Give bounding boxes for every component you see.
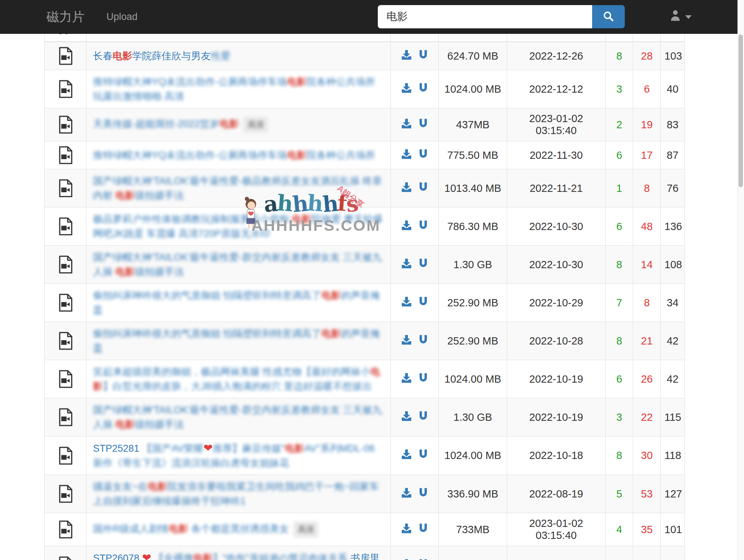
result-name-link[interactable]: 推特绿帽大神YQ未流出劲作-公厕商场停车场电影院各种公共场所 xyxy=(93,150,375,161)
result-name-text: 【全裸微 xyxy=(151,553,193,560)
result-name-text: 推荐】麻豆传媒" xyxy=(213,443,285,454)
magnet-icon[interactable] xyxy=(417,334,429,349)
download-icon[interactable] xyxy=(400,448,413,463)
result-name-text: 】白皙光滑的皮肤，大JB插入饱满的粉穴 里边好温暖不想拔出 xyxy=(103,381,372,392)
seeders-count: 6 xyxy=(606,141,633,169)
download-icon[interactable] xyxy=(400,49,413,64)
name-cell: STP26078 ❤ 【全裸微电影】"肉包"亲姐弟の禁忌肉体关系 书房里的神秘礼… xyxy=(86,546,391,560)
size-cell: 624.70 MB xyxy=(439,42,507,70)
scrollbar[interactable] xyxy=(737,0,744,560)
download-icon[interactable] xyxy=(400,219,413,234)
date-cell: 2022-10-19 xyxy=(507,360,606,398)
size-cell: 1013.40 MB xyxy=(439,169,507,208)
table-row: STP25281 【国产AV荣耀❤推荐】麻豆传媒"电影AV"系列MDL-06新作… xyxy=(45,436,685,475)
seeders-count: 6 xyxy=(606,208,633,246)
checks-count: 42 xyxy=(661,322,685,360)
file-video-icon xyxy=(48,331,82,350)
size-cell: 1.30 GB xyxy=(439,398,507,436)
result-name-text: 院各种公共场所 xyxy=(307,150,375,161)
magnet-icon[interactable] xyxy=(417,372,429,387)
download-icon[interactable] xyxy=(400,558,413,560)
link-cell xyxy=(391,398,439,436)
magnet-icon[interactable] xyxy=(417,181,429,196)
magnet-icon[interactable] xyxy=(417,117,429,132)
type-cell xyxy=(45,108,86,141)
seeders-count: 8 xyxy=(606,246,633,284)
magnet-icon[interactable] xyxy=(417,219,429,234)
search-keyword-highlight: 电影 xyxy=(287,76,307,87)
nav-upload-link[interactable]: Upload xyxy=(106,11,138,23)
search-input[interactable] xyxy=(378,5,592,28)
date-cell: 2022-11-30 xyxy=(507,141,606,169)
download-icon[interactable] xyxy=(400,334,413,349)
magnet-icon[interactable] xyxy=(417,558,429,560)
link-cell xyxy=(391,141,439,169)
result-name-link[interactable]: 偷拍叫床呻吟很大的气质御姐 怕隔壁听到特意调高了电影的声音掩盖 xyxy=(93,290,380,315)
result-name-link[interactable]: STP26078 ❤ 【全裸微电影】"肉包"亲姐弟の禁忌肉体关系 书房里的神秘礼… xyxy=(93,553,380,560)
search-button[interactable] xyxy=(592,5,625,28)
type-cell xyxy=(45,70,86,108)
magnet-icon[interactable] xyxy=(417,487,429,501)
file-video-icon xyxy=(48,293,82,312)
result-name-link[interactable]: 极品萝莉户外性体验调教玩操制服萝莉小母狗 电影院做爱 摩天轮爆 网吧JK跳蛋 车… xyxy=(93,214,383,239)
size-cell: 1024.00 MB xyxy=(439,70,507,108)
result-name-link[interactable]: STP25281 【国产AV荣耀❤推荐】麻豆传媒"电影AV"系列MDL-06新作… xyxy=(93,443,375,468)
leechers-count: 17 xyxy=(633,141,661,169)
download-icon[interactable] xyxy=(400,181,413,196)
download-icon[interactable] xyxy=(400,410,413,425)
magnet-icon[interactable] xyxy=(417,410,429,425)
result-name-link[interactable]: 国产绿帽大神'TAILOK'最牛逼性爱-群交内射反差教师女友 三天被九人操 电影… xyxy=(93,404,382,430)
result-name-text: 【国产AV荣耀 xyxy=(142,443,203,454)
result-name-link[interactable]: 骚逼女友~在电影院发浪非要啦我紧卫生间吃我鸡巴干一炮~回家车上自摸到家后继续爆操… xyxy=(93,481,379,507)
date-cell: 2023-01-02 03:15:40 xyxy=(507,108,606,141)
magnet-icon[interactable] xyxy=(417,522,429,537)
table-row: 骚逼女友~在电影院发浪非要啦我紧卫生间吃我鸡巴干一炮~回家车上自摸到家后继续爆操… xyxy=(45,475,685,513)
checks-count: 103 xyxy=(661,42,685,70)
download-icon[interactable] xyxy=(400,257,413,272)
magnet-icon[interactable] xyxy=(417,148,429,163)
download-icon[interactable] xyxy=(400,295,413,310)
result-name-link[interactable]: 推特绿帽大神YQ未流出劲作-公厕商场停车场电影院各种公共场所玩露出激情啪啪 高清 xyxy=(93,76,375,102)
magnet-icon[interactable] xyxy=(417,49,429,64)
result-name-text: 】"肉包"亲姐弟の禁忌肉体关系 xyxy=(213,553,350,560)
download-icon[interactable] xyxy=(400,522,413,537)
result-name-link[interactable]: 国外R级成人剧情电影 各个都是黑丝诱惑美女 xyxy=(93,523,289,534)
file-video-icon xyxy=(48,146,82,165)
magnet-icon[interactable] xyxy=(417,295,429,310)
scrollbar-thumb[interactable] xyxy=(739,35,743,187)
download-icon[interactable] xyxy=(400,487,413,501)
date-cell: 2022-08-19 xyxy=(507,475,606,513)
size-cell: 775.50 MB xyxy=(439,141,507,169)
results-container: Type Name Link Size Date xyxy=(44,15,684,560)
magnet-icon[interactable] xyxy=(417,257,429,272)
result-name-link[interactable]: 国产绿帽大神'TAILOK'最牛逼性爱-群交内射反差教师女友 三天被九人操 电影… xyxy=(93,252,382,277)
checks-count: 87 xyxy=(661,141,685,169)
name-cell: 骚逼女友~在电影院发浪非要啦我紧卫生间吃我鸡巴干一炮~回家车上自摸到家后继续爆操… xyxy=(86,475,391,513)
result-name-link[interactable]: 国产绿帽大神'TAILOK'最牛逼性爱-极品教师反差女友酒后乱操 终章内射 电影… xyxy=(93,176,382,201)
name-cell: 天美传媒-超能屌丝-2022贺岁电影高清 xyxy=(86,108,391,141)
download-icon[interactable] xyxy=(400,148,413,163)
result-name-link[interactable]: 偷拍叫床呻吟很大的气质御姐 怕隔壁听到特意调高了电影的声音掩盖 xyxy=(93,328,380,354)
download-icon[interactable] xyxy=(400,117,413,132)
user-menu[interactable] xyxy=(669,9,692,24)
result-name-link[interactable]: 天美传媒-超能屌丝-2022贺岁电影 xyxy=(93,118,239,129)
site-brand[interactable]: 磁力片 xyxy=(46,8,85,25)
table-row: 国产绿帽大神'TAILOK'最牛逼性爱-群交内射反差教师女友 三天被九人操 电影… xyxy=(45,398,685,436)
search-keyword-highlight: 电影 xyxy=(116,266,135,277)
download-icon[interactable] xyxy=(400,82,413,97)
result-name-link[interactable]: 笑起来超级甜美的御姐，极品网袜美腿 性感尤物【最好的网袜小电影】白皙光滑的皮肤，… xyxy=(93,366,380,392)
date-cell: 2022-12-26 xyxy=(507,42,606,70)
seeders-count: 3 xyxy=(606,546,633,560)
table-row: 偷拍叫床呻吟很大的气质御姐 怕隔壁听到特意调高了电影的声音掩盖252.90 MB… xyxy=(45,322,685,360)
name-cell: 国产绿帽大神'TAILOK'最牛逼性爱-极品教师反差女友酒后乱操 终章内射 电影… xyxy=(86,169,391,208)
leechers-count: 8 xyxy=(633,284,661,322)
seeders-count: 8 xyxy=(606,42,633,70)
seeders-count: 7 xyxy=(606,284,633,322)
quality-badge: 高清 xyxy=(243,117,268,133)
result-name-link[interactable]: 长春电影学院薛佳欣与男友性爱 xyxy=(93,51,230,61)
leechers-count: 19 xyxy=(633,108,661,141)
magnet-icon[interactable] xyxy=(417,448,429,463)
magnet-icon[interactable] xyxy=(417,82,429,97)
name-cell: 极品萝莉户外性体验调教玩操制服萝莉小母狗 电影院做爱 摩天轮爆 网吧JK跳蛋 车… xyxy=(86,208,391,246)
download-icon[interactable] xyxy=(400,372,413,387)
